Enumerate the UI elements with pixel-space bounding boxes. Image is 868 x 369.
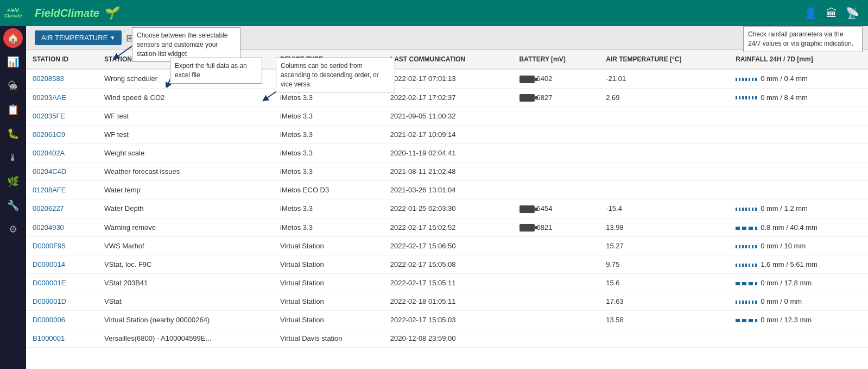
sidebar-item-pest[interactable]: 🐛 — [0, 122, 26, 146]
cell-rainfall: 0 mm / 0 mm — [729, 292, 868, 311]
battery-icon — [519, 224, 535, 232]
cell-rainfall — [729, 107, 868, 126]
cell-station-name: Water Depth — [98, 199, 274, 218]
cell-last-communication: 2020-11-19 02:04:41 — [384, 144, 513, 162]
station-id-link[interactable]: 00203AAE — [33, 93, 66, 102]
cell-air-temp — [599, 144, 729, 162]
building-icon[interactable]: 🏛 — [826, 7, 837, 20]
station-id-link[interactable]: 00208583 — [33, 74, 64, 83]
table-row[interactable]: 002035FEWF testiMetos 3.32021-09-05 11:0… — [26, 107, 868, 126]
sidebar-item-settings[interactable]: ⚙ — [0, 217, 26, 241]
table-row[interactable]: 0020402AWeight scaleiMetos 3.32020-11-19… — [26, 144, 868, 162]
cell-station-id: 00204930 — [26, 218, 98, 237]
cell-station-name: Versailles(6800) - A100004599E... — [98, 329, 274, 348]
battery-icon — [519, 76, 535, 83]
cell-air-temp: 9.75 — [599, 255, 729, 274]
cell-rainfall: 0.8 mm / 40.4 mm — [729, 218, 868, 237]
table-row[interactable]: B1000001Versailles(6800) - A100004599E..… — [26, 329, 868, 348]
sidebar-item-tool[interactable]: 🔧 — [0, 193, 26, 217]
station-id-link[interactable]: 00204C4D — [33, 167, 66, 176]
cell-last-communication: 2022-02-17 15:05:08 — [384, 255, 513, 274]
leaf-icon: 🌿 — [7, 176, 19, 187]
cell-air-temp: -21.01 — [599, 69, 729, 88]
cell-last-communication: 2021-02-17 10:09:14 — [384, 126, 513, 144]
cell-device-type: Virtual Station — [274, 274, 384, 292]
table-row[interactable]: 00208583Wrong scheduleriMetos 3.32022-02… — [26, 69, 868, 88]
table-row[interactable]: D0000F95VWS MarhofVirtual Station2022-02… — [26, 237, 868, 255]
cell-last-communication: 2022-02-17 07:01:13 — [384, 69, 513, 88]
table-row[interactable]: 01208AFEWater tempiMetos ECO D32021-03-2… — [26, 181, 868, 199]
tooltip-sensors: Choose between the selectable sensors an… — [132, 27, 240, 62]
cell-station-name: Wind speed & CO2 — [98, 88, 274, 107]
station-id-link[interactable]: 002061C9 — [33, 130, 65, 139]
sidebar-item-data[interactable]: 📋 — [0, 98, 26, 122]
cell-station-name: WF test — [98, 126, 274, 144]
cell-rainfall: 1.6 mm / 5.61 mm — [729, 255, 868, 274]
cell-last-communication: 2020-12-08 23:59:00 — [384, 329, 513, 348]
signal-icon[interactable]: 📡 — [846, 7, 859, 20]
sidebar-item-home[interactable]: 🏠 — [3, 28, 23, 48]
cell-device-type: iMetos 3.3 — [274, 218, 384, 237]
cell-device-type: Virtual Davis station — [274, 329, 384, 348]
rainfall-bar — [736, 245, 757, 248]
sidebar-item-temp[interactable]: 🌡 — [0, 146, 26, 170]
station-id-link[interactable]: D000001D — [33, 297, 66, 305]
station-id-link[interactable]: B1000001 — [33, 334, 65, 342]
data-table-container[interactable]: STATION ID STATION NAME ↓ DEVICE TYPE LA… — [26, 50, 868, 369]
sidebar-logo: FieldClimate — [0, 0, 26, 26]
station-id-link[interactable]: D0000006 — [33, 316, 65, 324]
table-row[interactable]: D000001DVStatVirtual Station2022-02-18 0… — [26, 292, 868, 311]
table-row[interactable]: 002061C9WF testiMetos 3.32021-02-17 10:0… — [26, 126, 868, 144]
station-id-link[interactable]: 00204930 — [33, 223, 64, 232]
station-id-link[interactable]: D0000F95 — [33, 242, 66, 250]
user-icon[interactable]: 👤 — [804, 7, 818, 20]
table-row[interactable]: D0000014VStat, loc. F9CVirtual Station20… — [26, 255, 868, 274]
station-id-link[interactable]: D000001E — [33, 279, 66, 287]
cell-battery — [513, 181, 600, 199]
cell-air-temp — [599, 107, 729, 126]
battery-icon — [519, 94, 535, 102]
cell-air-temp — [599, 181, 729, 199]
settings-icon: ⚙ — [9, 223, 17, 235]
sidebar-item-weather[interactable]: 🌦 — [0, 74, 26, 98]
cell-station-name: VWS Marhof — [98, 237, 274, 255]
cell-station-id: D0000014 — [26, 255, 98, 274]
cell-air-temp: 2.69 — [599, 88, 729, 107]
cell-station-id: D0000F95 — [26, 237, 98, 255]
cell-station-id: 01208AFE — [26, 181, 98, 199]
station-id-link[interactable]: 002035FE — [33, 112, 65, 120]
rainfall-bar — [736, 96, 757, 99]
cell-station-id: 00204C4D — [26, 162, 98, 181]
station-id-link[interactable]: D0000014 — [33, 260, 65, 268]
cell-air-temp — [599, 126, 729, 144]
table-row[interactable]: 00204C4DWeather forecast issuesiMetos 3.… — [26, 162, 868, 181]
cell-device-type: iMetos ECO D3 — [274, 181, 384, 199]
station-id-link[interactable]: 00206227 — [33, 204, 64, 212]
cell-last-communication: 2022-01-25 02:03:30 — [384, 199, 513, 218]
cell-battery — [513, 162, 600, 181]
tooltip-sort: Columns can be sorted from ascending to … — [276, 58, 395, 92]
cell-rainfall — [729, 126, 868, 144]
weather-icon: 🌦 — [8, 80, 18, 92]
table-row[interactable]: 00203AAEWind speed & CO2iMetos 3.32022-0… — [26, 88, 868, 107]
cell-device-type: iMetos 3.3 — [274, 162, 384, 181]
cell-air-temp: 17.63 — [599, 292, 729, 311]
cell-battery: 6827 — [513, 88, 600, 107]
table-row[interactable]: 00206227Water DepthiMetos 3.32022-01-25 … — [26, 199, 868, 218]
table-row[interactable]: 00204930Warning removeiMetos 3.32022-02-… — [26, 218, 868, 237]
cell-battery — [513, 292, 600, 311]
sidebar-item-leaf[interactable]: 🌿 — [0, 170, 26, 193]
table-row[interactable]: D0000006Virtual Station (nearby 00000264… — [26, 311, 868, 329]
pest-icon: 🐛 — [7, 128, 19, 140]
home-icon: 🏠 — [7, 32, 19, 44]
col-header-battery: BATTERY [mV] — [513, 50, 600, 69]
cell-device-type: Virtual Station — [274, 255, 384, 274]
table-row[interactable]: D000001EVStat 203B41Virtual Station2022-… — [26, 274, 868, 292]
station-id-link[interactable]: 01208AFE — [33, 186, 66, 194]
battery-icon — [519, 205, 535, 213]
sidebar-item-chart[interactable]: 📊 — [0, 50, 26, 74]
cell-battery: 6821 — [513, 218, 600, 237]
cell-battery — [513, 237, 600, 255]
cell-station-name: VStat 203B41 — [98, 274, 274, 292]
station-id-link[interactable]: 0020402A — [33, 149, 65, 157]
